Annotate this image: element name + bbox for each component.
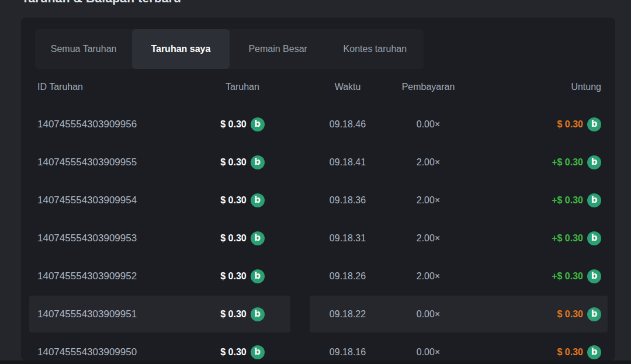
bet-profit-cell: +$ 0.30b [465,155,601,169]
bet-amount-cell: $ 0.30b [181,155,304,169]
col-header-profit: Untung [465,82,601,92]
bet-profit: +$ 0.30 [552,271,583,282]
bcd-coin-icon: b [587,231,601,245]
bet-profit: +$ 0.30 [552,195,583,206]
col-header-payout: Pembayaran [391,82,465,92]
bet-time: 09.18.46 [304,119,391,130]
col-header-time: Waktu [304,82,391,92]
bets-panel: Semua Taruhan Taruhan saya Pemain Besar … [21,18,615,360]
bet-id: 140745554303909955 [35,157,181,168]
bet-amount: $ 0.30 [220,309,246,320]
tab-semua-taruhan[interactable]: Semua Taruhan [35,29,132,69]
bet-amount-cell: $ 0.30b [181,345,304,359]
bet-payout: 2.00× [391,157,465,168]
bet-amount: $ 0.30 [220,271,246,282]
bet-amount-cell: $ 0.30b [181,117,304,131]
tab-pemain-besar[interactable]: Pemain Besar [230,29,327,69]
bet-profit: $ 0.30 [557,119,583,130]
bet-time: 09.18.26 [304,271,391,282]
bottom-edge-strip [0,360,631,364]
bet-time: 09.18.22 [304,309,391,320]
bet-payout: 2.00× [391,271,465,282]
bet-payout: 0.00× [391,347,465,358]
bet-amount: $ 0.30 [220,195,246,206]
bet-payout: 0.00× [391,309,465,320]
bet-id: 140745554303909952 [35,271,181,282]
tab-kontes-taruhan[interactable]: Kontes taruhan [327,29,424,69]
bcd-coin-icon: b [251,307,265,321]
bcd-coin-icon: b [251,231,265,245]
bet-amount: $ 0.30 [220,157,246,168]
bet-amount-cell: $ 0.30b [181,307,304,321]
bet-time: 09.18.31 [304,233,391,244]
bet-id: 140745554303909953 [35,233,181,244]
table-row[interactable]: 140745554303909951 $ 0.30b 09.18.22 0.00… [35,295,601,333]
table-row[interactable]: 140745554303909950 $ 0.30b 09.18.16 0.00… [35,333,601,360]
bet-payout: 2.00× [391,195,465,206]
table-header-row: ID Taruhan Taruhan Waktu Pembayaran Untu… [35,69,601,105]
bet-time: 09.18.41 [304,157,391,168]
col-header-id: ID Taruhan [35,82,181,92]
bcd-coin-icon: b [587,117,601,131]
bet-profit-cell: $ 0.30b [465,117,601,131]
bcd-coin-icon: b [251,345,265,359]
bet-id: 140745554303909951 [35,308,181,320]
bet-amount: $ 0.30 [220,119,246,130]
bet-profit: +$ 0.30 [552,233,583,244]
bets-tabbar: Semua Taruhan Taruhan saya Pemain Besar … [35,29,424,69]
bcd-coin-icon: b [587,345,601,359]
bet-profit-cell: +$ 0.30b [465,231,601,245]
table-row[interactable]: 140745554303909952 $ 0.30b 09.18.26 2.00… [35,257,601,295]
bet-payout: 0.00× [391,119,465,130]
bet-profit-cell: +$ 0.30b [465,193,601,207]
bcd-coin-icon: b [251,117,265,131]
bcd-coin-icon: b [251,269,265,283]
bet-id: 140745554303909950 [35,346,181,358]
bcd-coin-icon: b [587,307,601,321]
table-row[interactable]: 140745554303909955 $ 0.30b 09.18.41 2.00… [35,143,601,181]
bet-profit-cell: +$ 0.30b [465,269,601,283]
bet-id: 140745554303909956 [35,119,181,130]
bcd-coin-icon: b [251,193,265,207]
bet-id: 140745554303909954 [35,195,181,206]
bet-amount-cell: $ 0.30b [181,269,304,283]
bet-payout: 2.00× [391,233,465,244]
bet-amount: $ 0.30 [220,347,246,358]
bet-profit: +$ 0.30 [552,157,583,168]
bcd-coin-icon: b [251,155,265,169]
bet-profit: $ 0.30 [557,309,583,320]
table-row[interactable]: 140745554303909956 $ 0.30b 09.18.46 0.00… [35,105,601,143]
bet-time: 09.18.16 [304,347,391,358]
bet-profit: $ 0.30 [557,347,583,358]
bet-profit-cell: $ 0.30b [465,307,601,321]
bcd-coin-icon: b [587,269,601,283]
table-row[interactable]: 140745554303909953 $ 0.30b 09.18.31 2.00… [35,219,601,257]
tab-taruhan-saya[interactable]: Taruhan saya [132,29,229,69]
page-title: Taruhan & Balapan terbaru [22,0,181,5]
bet-profit-cell: $ 0.30b [465,345,601,359]
bcd-coin-icon: b [587,193,601,207]
bets-table: ID Taruhan Taruhan Waktu Pembayaran Untu… [35,69,601,360]
bet-amount-cell: $ 0.30b [181,193,304,207]
bcd-coin-icon: b [587,155,601,169]
bet-time: 09.18.36 [304,195,391,206]
table-row[interactable]: 140745554303909954 $ 0.30b 09.18.36 2.00… [35,181,601,219]
bet-amount-cell: $ 0.30b [181,231,304,245]
bet-amount: $ 0.30 [220,233,246,244]
col-header-bet: Taruhan [181,82,304,92]
